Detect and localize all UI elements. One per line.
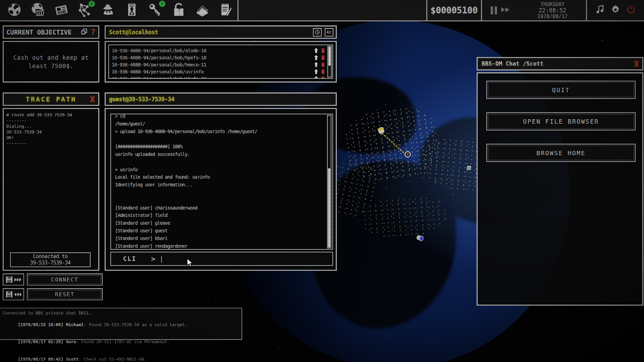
objective-text: Cash out and keep at least 7500$. [9, 53, 93, 70]
floppy-icon [6, 291, 13, 298]
server-node-south-marker[interactable] [416, 234, 425, 243]
cli-input[interactable]: CLI > | [110, 252, 333, 266]
save-forward-button[interactable] [3, 274, 24, 286]
upload-icon[interactable] [314, 48, 318, 53]
money-display: $00005100 [426, 0, 482, 21]
trace-log-line: -------- [6, 118, 96, 123]
upload-icon[interactable] [314, 55, 318, 60]
restore-window-button[interactable] [80, 28, 88, 37]
terminal-line: [Standard user] rendagardener [115, 242, 324, 250]
file-path: 10-936-4088-94/personal/bob/abufo-10 [112, 76, 311, 79]
terminal-line: Identifying user information... [115, 181, 324, 189]
trace-panel-body: # route add 39-533-7539-34 -------- Dial… [3, 108, 99, 271]
terminal-line: > upload 10-936-4088-94/personal/bob/usr… [115, 128, 324, 135]
connect-button[interactable]: CONNECT [27, 274, 103, 286]
objective-panel-header: CURRENT OBJECTIVE ? [3, 25, 99, 39]
file-path: 10-936-4088-94/personal/bob/hpefs-10 [112, 55, 311, 60]
file-row[interactable]: 10-936-4088-94/personal/bob/hmeco-11 [112, 61, 325, 68]
message-time: [1978/08/17 09:42] [18, 357, 63, 362]
file-path: 10-936-4088-94/personal/bob/alode-10 [112, 48, 311, 53]
spy-icon [101, 2, 116, 18]
bbs-log-message: [1978/08/17 09:42]Scott: Check out 55-49… [3, 351, 239, 362]
bbs-log-message: [1978/08/15 16:09]Michael: Found 39-533-… [3, 316, 239, 333]
scrollbar-thumb[interactable] [328, 168, 330, 247]
pause-button[interactable] [491, 6, 497, 14]
bbs-chat-log: Connected to BBS private chat 5011. [197… [0, 308, 242, 340]
alert-badge: ! [89, 1, 95, 7]
file-row[interactable]: 10-936-4088-94/personal/bob/abufo-10 [112, 75, 325, 79]
browse-home-button[interactable]: BROWSE HOME [486, 144, 636, 162]
toolbar-button-news[interactable] [50, 0, 73, 21]
delete-icon[interactable] [321, 76, 325, 79]
toolbar-button-network[interactable]: ! [73, 0, 97, 21]
chat-panel-header: BBS-DM Chat /Scott X [477, 57, 643, 70]
file-manager-body: 10-936-4088-94/personal/bob/alode-10 10-… [105, 41, 337, 82]
delete-icon[interactable] [321, 48, 325, 53]
terminal-line: [Standard user] guest [115, 227, 324, 235]
help-button[interactable]: ? [91, 28, 96, 37]
trace-log-line: # route add 39-533-7539-34 [6, 112, 96, 118]
terminal-line: > usrinfo [115, 166, 324, 174]
toolbar-button-keys[interactable]: ! [144, 0, 167, 21]
terminal-header: guest@39-533-7539-34 [105, 93, 337, 106]
music-button[interactable] [595, 5, 605, 16]
upload-icon[interactable] [314, 76, 318, 79]
status-line: Connected to [33, 253, 68, 260]
weekday-label: THURSDAY [519, 1, 586, 7]
source-node-marker[interactable] [377, 126, 385, 135]
message-time: [1978/08/17 02:28] [18, 339, 63, 344]
trace-panel-header: TRACE PATH X [3, 93, 99, 106]
toolbar-button-manuals[interactable] [191, 0, 214, 21]
chat-panel-body: QUIT OPEN FILE BROWSER BROWSE HOME [477, 72, 643, 306]
hop-node-marker[interactable] [404, 151, 411, 159]
terminal-line: [Standard user] gleave [115, 219, 324, 227]
cli-label: CLI [123, 255, 137, 262]
quit-button[interactable]: QUIT [486, 81, 636, 99]
upload-icon[interactable] [314, 69, 318, 74]
delete-icon[interactable] [321, 62, 325, 67]
server-node-east-marker[interactable] [466, 166, 472, 172]
connection-status: Connected to 39-533-7539-34 [10, 252, 91, 267]
mouse-cursor [186, 258, 193, 269]
save-rewind-button[interactable] [3, 288, 24, 300]
toolbar-button-spy[interactable] [97, 0, 120, 21]
close-icon[interactable]: X [90, 95, 98, 104]
message-user: Scott [66, 357, 79, 362]
objective-title: CURRENT OBJECTIVE [4, 28, 71, 36]
file-row[interactable]: 10-936-4088-94/personal/bob/alode-10 [112, 47, 325, 54]
toolbar-button-dossier[interactable] [120, 0, 144, 21]
terminal-line: > cd [115, 114, 324, 120]
scrollbar[interactable] [327, 115, 331, 248]
terminal-line: [####################] 100% [115, 143, 324, 150]
settings-gear-button[interactable] [610, 5, 621, 16]
message-user: Michael [66, 322, 84, 327]
file-row[interactable]: 10-936-4088-94/personal/bob/usrinfo [112, 68, 325, 75]
toolbar-button-cracker[interactable] [167, 0, 191, 21]
toolbar-button-bank[interactable] [26, 0, 50, 21]
file-row[interactable]: 10-936-4088-94/personal/bob/hpefs-10 [112, 54, 325, 61]
reset-button[interactable]: RESET [27, 288, 103, 300]
sort-time-button[interactable] [313, 28, 322, 37]
scrollbar[interactable] [327, 46, 332, 77]
message-text: : Found 20-311-1787-42 via Phreakout. [76, 339, 170, 344]
cli-prompt: > [151, 255, 155, 263]
alert-badge: ! [159, 1, 165, 7]
toolbar-button-notes[interactable] [214, 0, 237, 21]
bbs-log-intro: Connected to BBS private chat 5011. [3, 310, 239, 316]
scrollbar-thumb[interactable] [328, 47, 331, 66]
open-file-browser-button[interactable]: OPEN FILE BROWSER [486, 112, 636, 130]
delete-icon[interactable] [321, 55, 325, 60]
delete-icon[interactable] [321, 69, 325, 74]
world-icon [7, 2, 22, 18]
terminal-line: [Standard user] charissaunderwood [115, 204, 324, 212]
upload-icon[interactable] [314, 62, 318, 67]
file-manager-header: Scott@localhost Az [105, 25, 337, 39]
power-button[interactable] [626, 5, 636, 16]
sort-alpha-button[interactable]: Az [325, 28, 333, 37]
toolbar-button-world[interactable] [3, 0, 26, 21]
file-path: 10-936-4088-94/personal/bob/usrinfo [112, 69, 311, 74]
close-icon[interactable]: X [634, 60, 642, 68]
terminal-line [115, 196, 324, 204]
terminal-body: > cd /home/guest/ > upload 10-936-4088-9… [105, 108, 337, 271]
fast-forward-button[interactable] [500, 6, 511, 14]
